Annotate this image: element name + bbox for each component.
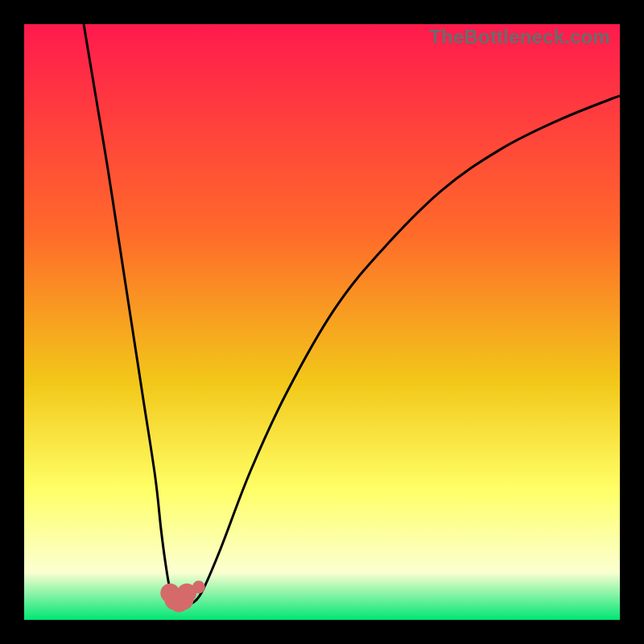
- bottleneck-chart: [24, 24, 620, 620]
- plot-frame: TheBottleneck.com: [24, 24, 620, 620]
- watermark-text: TheBottleneck.com: [429, 26, 610, 48]
- gradient-background: [24, 24, 620, 620]
- marker-dot: [192, 580, 205, 593]
